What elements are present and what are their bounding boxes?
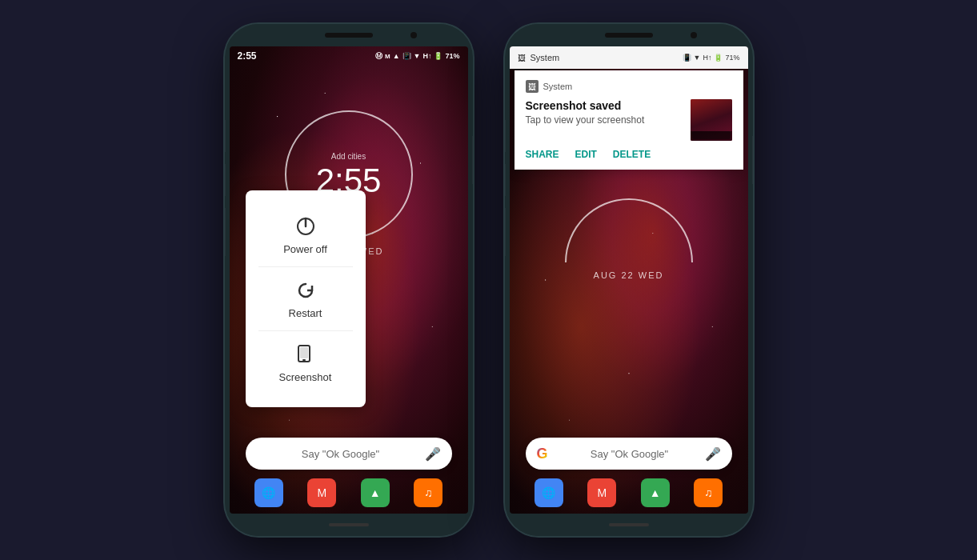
- volume-down-button-right[interactable]: [505, 164, 506, 196]
- power-off-label: Power off: [283, 243, 327, 255]
- add-cities-label: Add cities: [331, 152, 366, 161]
- speaker-grille: [325, 33, 373, 38]
- front-camera-right: [691, 32, 697, 38]
- notification-panel[interactable]: 🖼 System Screenshot saved Tap to view yo…: [515, 70, 743, 170]
- phone-top-bezel-right: [505, 24, 753, 46]
- dock-app-music-right[interactable]: ♫: [694, 478, 723, 507]
- restart-label: Restart: [289, 307, 322, 319]
- restart-icon: [294, 278, 318, 302]
- screenshot-thumbnail: [691, 99, 732, 141]
- power-off-icon: [294, 214, 318, 238]
- notification-title: Screenshot saved: [526, 99, 683, 112]
- phone-bottom-bezel-left: [225, 514, 473, 536]
- svg-rect-3: [300, 347, 308, 358]
- notification-header: 🖼 System: [526, 80, 732, 93]
- status-icons-left: Ⓜ M ▲ 📳 ▼ H↑ 🔋 71%: [375, 51, 460, 62]
- mic-icon-right: 🎤: [705, 446, 721, 462]
- notification-content: Screenshot saved Tap to view your screen…: [526, 99, 732, 141]
- search-bar-left[interactable]: Say "Ok Google" 🎤: [246, 438, 452, 470]
- notification-app-icon: 🖼: [526, 80, 539, 93]
- app-dock-right: 🌐 M ▲ ♫: [523, 478, 735, 507]
- volume-up-button-right[interactable]: [505, 120, 506, 152]
- status-bar-left: 2:55 Ⓜ M ▲ 📳 ▼ H↑ 🔋 71%: [230, 46, 468, 66]
- dock-app-gmail-right[interactable]: M: [587, 478, 616, 507]
- vibrate-icon: 📳: [402, 52, 411, 60]
- app-dock-left: 🌐 M ▲ ♫: [242, 478, 455, 507]
- power-button-right[interactable]: [752, 136, 753, 184]
- restart-button[interactable]: Restart: [246, 267, 366, 330]
- phone-right: 🖼 System 📳 ▼ H↑ 🔋 71% 🖼 System: [505, 24, 753, 536]
- power-button[interactable]: [472, 136, 473, 184]
- svg-rect-4: [302, 359, 306, 361]
- signal-icon: ▲: [393, 52, 400, 60]
- battery-pct-left: 71%: [445, 52, 459, 60]
- dock-app-maps[interactable]: ▲: [361, 478, 390, 507]
- dock-app-gmail[interactable]: M: [307, 478, 336, 507]
- delete-action-button[interactable]: DELETE: [613, 149, 651, 160]
- edit-action-button[interactable]: EDIT: [575, 149, 597, 160]
- system-label: System: [531, 53, 560, 62]
- wallpaper: 2:55 Ⓜ M ▲ 📳 ▼ H↑ 🔋 71% Add cities 2:55: [230, 46, 468, 514]
- system-status-left: 🖼 System: [518, 53, 560, 62]
- status-bar-right: 🖼 System 📳 ▼ H↑ 🔋 71%: [510, 46, 748, 69]
- dock-app-browser[interactable]: 🌐: [254, 478, 283, 507]
- phone-left: 2:55 Ⓜ M ▲ 📳 ▼ H↑ 🔋 71% Add cities 2:55: [225, 24, 473, 536]
- volume-down-button[interactable]: [225, 164, 226, 196]
- search-hint-left: Say "Ok Google": [257, 448, 425, 460]
- clock-date-right: AUG 22 WED: [594, 270, 664, 280]
- phone-top-bezel: [225, 24, 473, 46]
- signal-icon-right: H↑: [703, 54, 711, 62]
- home-indicator-left: [329, 523, 369, 526]
- phone-bottom-bezel-right: [505, 514, 753, 536]
- search-hint-right: Say "Ok Google": [555, 448, 705, 460]
- wifi-icon: ▼: [414, 52, 421, 60]
- dock-app-music[interactable]: ♫: [414, 478, 442, 507]
- screenshot-icon: [294, 342, 318, 366]
- screenshot-notif-icon: 🖼: [518, 54, 526, 62]
- camera-shortcut-button-right[interactable]: [505, 208, 506, 256]
- notification-text: Screenshot saved Tap to view your screen…: [526, 99, 683, 141]
- search-bar-right[interactable]: G Say "Ok Google" 🎤: [526, 438, 732, 470]
- signal-bars-icon: H↑: [422, 52, 431, 60]
- notification-app-name: System: [543, 82, 573, 91]
- mic-icon-left: 🎤: [425, 446, 441, 462]
- home-indicator-right: [609, 523, 649, 526]
- notification-subtitle: Tap to view your screenshot: [526, 114, 683, 126]
- notification-actions: SHARE EDIT DELETE: [526, 149, 732, 160]
- phone-screen-left: 2:55 Ⓜ M ▲ 📳 ▼ H↑ 🔋 71% Add cities 2:55: [230, 46, 468, 514]
- volume-up-button[interactable]: [225, 120, 226, 152]
- google-logo: G: [537, 446, 548, 462]
- share-action-button[interactable]: SHARE: [526, 149, 559, 160]
- dock-app-browser-right[interactable]: 🌐: [535, 478, 563, 507]
- status-time-left: 2:55: [238, 50, 257, 62]
- power-menu: Power off Restart: [246, 190, 366, 407]
- battery-icon-right: 🔋: [714, 54, 723, 62]
- phone-screen-right: 🖼 System 📳 ▼ H↑ 🔋 71% 🖼 System: [510, 46, 748, 514]
- gmail-icon: M: [385, 53, 390, 60]
- system-status-right: 📳 ▼ H↑ 🔋 71%: [683, 54, 740, 62]
- camera-shortcut-button[interactable]: [225, 208, 226, 256]
- battery-pct-right: 71%: [725, 54, 739, 62]
- battery-icon: 🔋: [434, 52, 442, 60]
- dock-app-maps-right[interactable]: ▲: [641, 478, 670, 507]
- screenshot-label: Screenshot: [279, 371, 332, 383]
- wallpaper-right: 🖼 System 📳 ▼ H↑ 🔋 71% 🖼 System: [510, 46, 748, 514]
- motorola-icon: Ⓜ: [375, 51, 382, 62]
- power-off-button[interactable]: Power off: [246, 203, 366, 266]
- wifi-icon-right: ▼: [694, 54, 701, 62]
- vibrate-icon-right: 📳: [683, 54, 691, 62]
- front-camera: [410, 32, 417, 38]
- screenshot-button[interactable]: Screenshot: [246, 331, 366, 394]
- speaker-grille-right: [605, 33, 653, 38]
